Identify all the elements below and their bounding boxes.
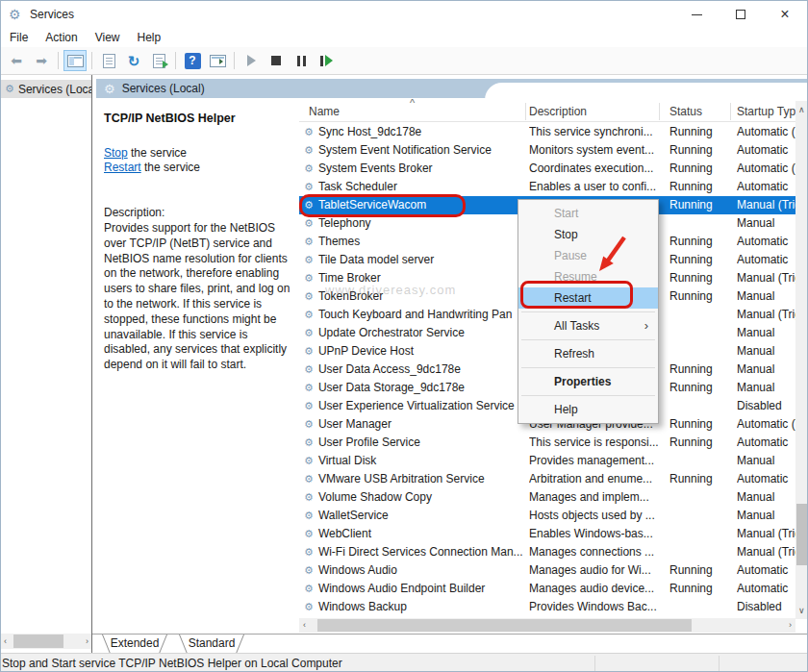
services-gear-icon: ⚙ (9, 7, 21, 22)
table-row[interactable]: ⚙User Profile ServiceThis service is res… (299, 434, 795, 452)
list-vertical-scrollbar[interactable]: ∧ ∨ (795, 101, 808, 619)
table-row[interactable]: ⚙WalletServiceHosts objects used by ...M… (299, 507, 795, 525)
scroll-right-icon[interactable]: › (789, 617, 792, 633)
scroll-left-icon[interactable]: ‹ (303, 617, 306, 633)
column-divider[interactable] (730, 103, 731, 120)
column-header-name[interactable]: Name (309, 105, 340, 118)
menu-item-refresh[interactable]: Refresh (518, 343, 658, 364)
table-row[interactable]: ⚙Windows Audio Endpoint BuilderManages a… (299, 580, 795, 598)
scroll-right-icon[interactable]: › (86, 634, 88, 649)
service-status-cell (669, 525, 727, 543)
pause-service-button[interactable] (290, 50, 313, 71)
table-row[interactable]: ⚙Sync Host_9dc178eThis service synchroni… (299, 123, 795, 141)
service-gear-icon: ⚙ (304, 160, 314, 178)
service-description-cell: This service synchroni... (529, 123, 658, 141)
service-gear-icon: ⚙ (304, 306, 314, 324)
service-name-cell: ⚙Update Orchestrator Service (304, 324, 523, 342)
tree-item-services-local[interactable]: ⚙ Services (Loca (1, 80, 91, 98)
table-row[interactable]: ⚙Wi-Fi Direct Services Connection Man...… (299, 543, 795, 561)
service-description-cell: Hosts objects used by ... (529, 507, 658, 525)
forward-icon: ➡ (36, 54, 47, 67)
menu-separator (521, 367, 655, 368)
menu-item-pause[interactable]: Pause (518, 245, 658, 266)
table-row[interactable]: ⚙WebClientEnables Windows-bas...Manual (… (299, 525, 795, 543)
properties-dialog-button[interactable] (97, 50, 120, 71)
service-name: Tile Data model server (318, 251, 434, 269)
show-action-pane-button[interactable] (206, 50, 229, 71)
service-gear-icon: ⚙ (304, 141, 314, 160)
service-name: UPnP Device Host (318, 342, 414, 361)
service-startup-cell: Automatic (737, 561, 795, 580)
stop-service-link[interactable]: Stop (104, 146, 128, 160)
column-header-description[interactable]: Description (529, 105, 587, 118)
service-name: Windows Backup (318, 598, 407, 616)
forward-button[interactable]: ➡ (30, 50, 53, 71)
restart-service-link[interactable]: Restart (104, 161, 141, 174)
scroll-down-icon[interactable]: ∨ (798, 603, 805, 618)
menu-item-label: Refresh (554, 347, 594, 361)
help-button[interactable]: ? (181, 50, 204, 71)
close-button[interactable]: × (763, 1, 807, 28)
list-horizontal-scrollbar[interactable]: ‹ › (299, 618, 795, 633)
restart-service-button[interactable] (315, 50, 338, 71)
service-startup-cell: Manual (737, 379, 795, 397)
service-startup-cell: Automatic (T (737, 160, 795, 178)
menu-view[interactable]: View (87, 29, 129, 46)
service-startup-cell: Automatic (737, 233, 795, 251)
column-header-status[interactable]: Status (669, 105, 702, 118)
maximize-button[interactable] (719, 1, 763, 28)
tab-standard-label: Standard (175, 636, 248, 650)
refresh-button[interactable]: ↻ (122, 50, 145, 71)
status-divider (594, 656, 595, 671)
menu-help[interactable]: Help (129, 29, 170, 46)
menu-item-properties[interactable]: Properties (518, 371, 658, 392)
refresh-icon: ↻ (128, 54, 140, 68)
menu-item-start[interactable]: Start (518, 203, 658, 224)
service-name: User Data Storage_9dc178e (318, 379, 465, 397)
service-status-cell (669, 214, 727, 233)
table-row[interactable]: ⚙Windows AudioManages audio for Wi...Run… (299, 561, 795, 580)
service-name: System Event Notification Service (318, 141, 492, 160)
toolbar: ⬅ ➡ ↻ ? (1, 47, 807, 75)
back-button[interactable]: ⬅ (5, 50, 28, 71)
tab-standard[interactable]: Standard (175, 635, 248, 653)
menu-item-help[interactable]: Help (518, 399, 658, 420)
service-name: User Manager (318, 415, 391, 434)
menu-action[interactable]: Action (37, 29, 86, 46)
service-status-cell: Running (669, 269, 727, 287)
service-startup-cell: Manual (737, 361, 795, 379)
services-window: ⚙ Services × File Action View Help ⬅ ➡ ↻… (0, 0, 808, 672)
table-row[interactable]: ⚙System Event Notification ServiceMonito… (299, 141, 795, 160)
table-row[interactable]: ⚙VMware USB Arbitration ServiceArbitrati… (299, 470, 795, 488)
menu-item-all-tasks[interactable]: All Tasks› (518, 315, 658, 336)
service-startup-cell: Automatic (T (737, 415, 795, 434)
menu-file[interactable]: File (1, 29, 37, 46)
scroll-left-icon[interactable]: ‹ (4, 634, 7, 649)
show-console-tree-button[interactable] (63, 50, 87, 71)
service-description-cell: This service is responsi... (529, 434, 658, 452)
minimize-button[interactable] (674, 1, 719, 28)
stop-service-button[interactable] (265, 50, 288, 71)
export-list-button[interactable] (147, 50, 170, 71)
menu-item-stop[interactable]: Stop (518, 224, 658, 245)
table-row[interactable]: ⚙Virtual DiskProvides management...Manua… (299, 452, 795, 470)
service-status-cell: Running (669, 561, 727, 580)
column-header-startup-type[interactable]: Startup Type (737, 105, 802, 118)
start-service-button[interactable] (240, 50, 263, 71)
table-row[interactable]: ⚙Volume Shadow CopyManages and implem...… (299, 488, 795, 507)
table-row[interactable]: ⚙System Events BrokerCoordinates executi… (299, 160, 795, 178)
service-gear-icon: ⚙ (304, 269, 314, 287)
service-startup-cell: Disabled (737, 397, 795, 415)
column-divider[interactable] (525, 103, 526, 120)
scroll-thumb[interactable] (13, 635, 63, 648)
scroll-thumb[interactable] (317, 619, 692, 632)
table-row[interactable]: ⚙Windows BackupProvides Windows Bac...Di… (299, 598, 795, 616)
column-divider[interactable] (659, 103, 660, 120)
service-gear-icon: ⚙ (304, 287, 314, 306)
tab-extended[interactable]: Extended (98, 635, 171, 653)
scroll-up-icon[interactable]: ∧ (798, 102, 805, 117)
scroll-thumb[interactable] (796, 504, 808, 565)
tree-horizontal-scrollbar[interactable]: ‹ › (1, 634, 91, 649)
annotation-red-box-restart (520, 281, 633, 309)
service-name: Volume Shadow Copy (318, 488, 432, 507)
